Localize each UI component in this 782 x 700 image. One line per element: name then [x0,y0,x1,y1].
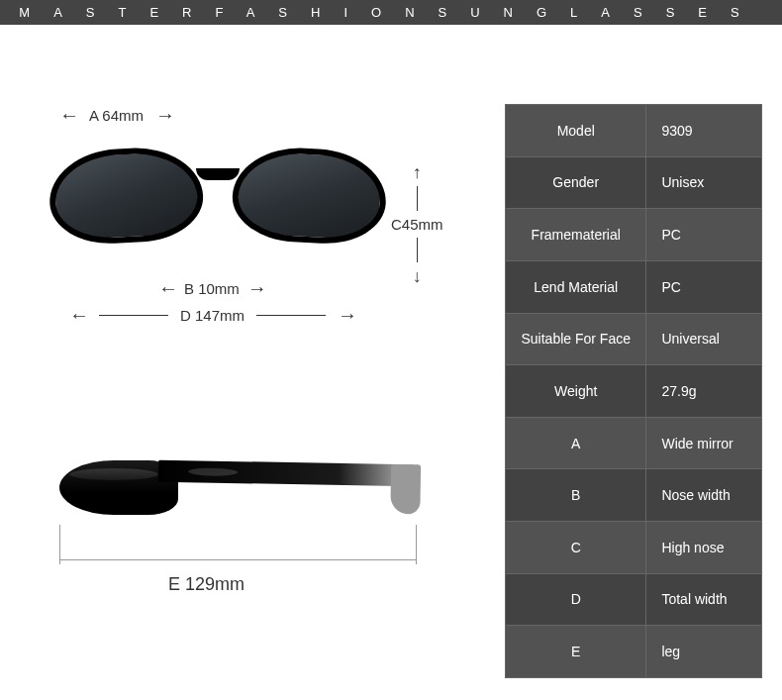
sunglasses-side-image [59,431,416,520]
spec-value: PC [646,260,762,313]
diagram-area: A 64mm ↑ C45mm ↓ B 10mm [20,104,505,678]
dimension-b: B 10mm [158,277,265,300]
table-row: Model9309 [506,105,762,157]
table-row: Eleg [506,626,762,678]
dimension-c-label: C45mm [391,216,443,233]
spec-label: Model [506,105,646,157]
dimension-d: D 147mm [69,304,355,327]
dimension-d-label: D 147mm [180,307,244,324]
table-row: Suitable For FaceUniversal [506,313,762,365]
table-row: BNose width [506,469,762,522]
spec-label: Framematerial [506,209,646,261]
table-row: DTotal width [506,573,762,626]
header-banner: MASTERFASHIONSUNGLASSES [0,0,782,25]
spec-label: C [506,522,646,574]
header-title: MASTERFASHIONSUNGLASSES [19,5,762,20]
dimension-b-label: B 10mm [184,280,240,297]
spec-label: Suitable For Face [506,313,646,365]
spec-label: B [506,469,646,522]
diagram-front-view: A 64mm ↑ C45mm ↓ B 10mm [20,104,475,371]
spec-label: E [506,626,646,678]
table-row: Lend MaterialPC [506,260,762,313]
diagram-side-view: E 129mm [20,431,475,678]
spec-value: PC [646,209,762,261]
spec-value: Wide mirror [646,417,762,469]
specifications-table: Model9309GenderUnisexFramematerialPCLend… [505,104,762,678]
dimension-c: ↑ C45mm ↓ [391,163,443,285]
dimension-e-label: E 129mm [168,574,244,595]
spec-label: Gender [506,156,646,209]
spec-value: Universal [646,313,762,365]
table-row: GenderUnisex [506,156,762,209]
sunglasses-front-image [49,149,386,257]
spec-label: D [506,573,646,626]
table-row: FramematerialPC [506,209,762,261]
spec-value: leg [646,626,762,678]
spec-label: Weight [506,365,646,418]
spec-value: High nose [646,522,762,574]
content-area: A 64mm ↑ C45mm ↓ B 10mm [0,25,782,698]
spec-value: Unisex [646,156,762,209]
spec-label: Lend Material [506,260,646,313]
table-row: AWide mirror [506,417,762,469]
table-row: Weight27.9g [506,365,762,418]
spec-value: 9309 [646,105,762,157]
spec-value: 27.9g [646,365,762,418]
table-row: CHigh nose [506,522,762,574]
spec-label: A [506,417,646,469]
dimension-a: A 64mm [59,104,173,127]
spec-value: Total width [646,573,762,626]
spec-value: Nose width [646,469,762,522]
dimension-a-label: A 64mm [89,107,144,124]
